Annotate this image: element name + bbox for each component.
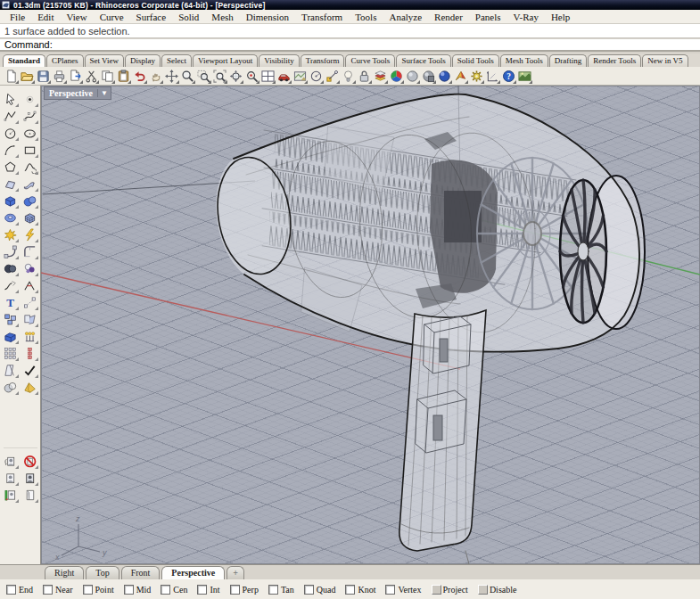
osnap-mid-checkbox[interactable]: [124, 585, 134, 595]
circle-icon[interactable]: [2, 125, 19, 141]
add-viewport-tab-button[interactable]: +: [226, 566, 244, 579]
lock-icon[interactable]: [357, 69, 372, 84]
toolbar-tab-set-view[interactable]: Set View: [85, 54, 125, 67]
sphere-icon[interactable]: [21, 193, 38, 209]
osnap-knot-checkbox[interactable]: [345, 585, 355, 595]
viewport-tab-front[interactable]: Front: [121, 566, 161, 579]
hide-swap-icon[interactable]: [2, 453, 19, 469]
polyline-icon[interactable]: [2, 108, 19, 124]
osnap-quad[interactable]: Quad: [304, 585, 336, 595]
osnap-point-checkbox[interactable]: [83, 585, 93, 595]
copy-shear-icon[interactable]: [21, 311, 38, 327]
toolbar-tab-viewport-layout[interactable]: Viewport Layout: [193, 54, 258, 67]
hair-dryer-model[interactable]: [210, 94, 645, 564]
copy-icon[interactable]: [100, 69, 115, 84]
toolbar-tab-display[interactable]: Display: [125, 54, 161, 67]
move-view-icon[interactable]: [164, 69, 179, 84]
toolbar-tab-cplanes[interactable]: CPlanes: [46, 54, 84, 67]
surface-bend-icon[interactable]: [21, 176, 38, 192]
show-b-icon[interactable]: [21, 470, 38, 486]
trim-icon[interactable]: [2, 362, 19, 378]
shade-spheres-icon[interactable]: [2, 379, 19, 395]
zoom-icon[interactable]: [180, 69, 195, 84]
osnap-vertex-checkbox[interactable]: [385, 585, 395, 595]
osnap-cen[interactable]: Cen: [161, 585, 187, 595]
toolbar-tab-drafting[interactable]: Drafting: [549, 54, 588, 67]
osnap-perp[interactable]: Perp: [230, 585, 259, 595]
explode-icon[interactable]: [2, 226, 19, 242]
dimension-icon[interactable]: [485, 69, 500, 84]
help-icon[interactable]: ?: [501, 69, 516, 84]
toolbar-tab-visibility[interactable]: Visibility: [259, 54, 299, 67]
options-gear-icon[interactable]: [469, 69, 484, 84]
check-icon[interactable]: [21, 362, 38, 378]
menu-mesh[interactable]: Mesh: [205, 12, 239, 22]
vray-cone-icon[interactable]: [453, 69, 468, 84]
blend-curve-icon[interactable]: [2, 277, 19, 293]
gold-cone-icon[interactable]: [21, 379, 38, 395]
osnap-knot[interactable]: Knot: [345, 585, 375, 595]
control-point-curve-icon[interactable]: [21, 108, 38, 124]
viewport-title-dropdown-icon[interactable]: ▼: [97, 89, 111, 97]
lock-page-icon[interactable]: [2, 487, 19, 503]
osnap-end[interactable]: End: [6, 585, 33, 595]
osnap-tan-checkbox[interactable]: [268, 585, 278, 595]
menu-surface[interactable]: Surface: [130, 12, 173, 22]
lightning-icon[interactable]: [21, 226, 38, 242]
viewport-layout-icon[interactable]: [260, 69, 276, 84]
osnap-cen-checkbox[interactable]: [161, 585, 170, 595]
boolean-difference-icon[interactable]: [2, 260, 19, 276]
environment-icon[interactable]: [517, 69, 532, 84]
menu-help[interactable]: Help: [545, 12, 576, 22]
menu-v-ray[interactable]: V-Ray: [507, 12, 545, 22]
viewport-tab-perspective[interactable]: Perspective: [161, 566, 225, 579]
ghosted-view-icon[interactable]: [421, 69, 436, 84]
osnap-point[interactable]: Point: [83, 585, 114, 595]
zoom-window-icon[interactable]: [196, 69, 211, 84]
zoom-extents-icon[interactable]: [228, 69, 243, 84]
menu-solid[interactable]: Solid: [172, 12, 205, 22]
osnap-mid[interactable]: Mid: [124, 585, 152, 595]
freeform-curve-icon[interactable]: [21, 159, 38, 175]
osnap-near-checkbox[interactable]: [43, 585, 53, 595]
print-icon[interactable]: [52, 69, 67, 84]
solid-union-icon[interactable]: [2, 328, 19, 344]
osnap-int[interactable]: Int: [197, 585, 219, 595]
menu-analyze[interactable]: Analyze: [383, 12, 428, 22]
fillet-surface-icon[interactable]: [2, 243, 19, 259]
osnap-tan[interactable]: Tan: [268, 585, 294, 595]
toolbar-tab-standard[interactable]: Standard: [3, 54, 45, 67]
zoom-target-icon[interactable]: [244, 69, 259, 84]
flip-page-icon[interactable]: [21, 487, 38, 503]
menu-panels[interactable]: Panels: [469, 12, 507, 22]
torus-icon[interactable]: [2, 209, 19, 226]
toolbar-tab-curve-tools[interactable]: Curve Tools: [345, 54, 395, 67]
hide-no-icon[interactable]: [21, 453, 38, 469]
menu-render[interactable]: Render: [428, 12, 469, 22]
shaded-view-icon[interactable]: [405, 69, 420, 84]
lamp-icon[interactable]: [341, 69, 356, 84]
group-blocks-icon[interactable]: [2, 311, 19, 327]
save-icon[interactable]: [36, 69, 51, 84]
ellipse-icon[interactable]: [21, 125, 38, 141]
show-a-icon[interactable]: [2, 470, 19, 486]
menu-transform[interactable]: Transform: [295, 12, 349, 22]
text-icon[interactable]: T: [2, 294, 19, 310]
viewport-tab-right[interactable]: Right: [45, 566, 84, 579]
scale-icon[interactable]: [21, 294, 38, 310]
toggle-disable-box[interactable]: [478, 585, 488, 595]
new-file-icon[interactable]: [4, 69, 19, 84]
grid-array-icon[interactable]: [2, 345, 19, 361]
viewport-tab-top[interactable]: Top: [86, 566, 119, 579]
surface-3pt-icon[interactable]: [2, 176, 19, 192]
toggle-project-box[interactable]: [432, 585, 441, 595]
display-mode-icon[interactable]: [292, 69, 308, 84]
color-wheel-icon[interactable]: [389, 69, 404, 84]
boolean-union-icon[interactable]: [21, 260, 38, 276]
undo-icon[interactable]: [132, 69, 147, 84]
rectangle-icon[interactable]: [21, 142, 38, 158]
paste-icon[interactable]: [116, 69, 131, 84]
osnap-quad-checkbox[interactable]: [304, 585, 314, 595]
layers-icon[interactable]: [373, 69, 388, 84]
viewport-canvas[interactable]: Perspective ▼: [41, 86, 700, 564]
